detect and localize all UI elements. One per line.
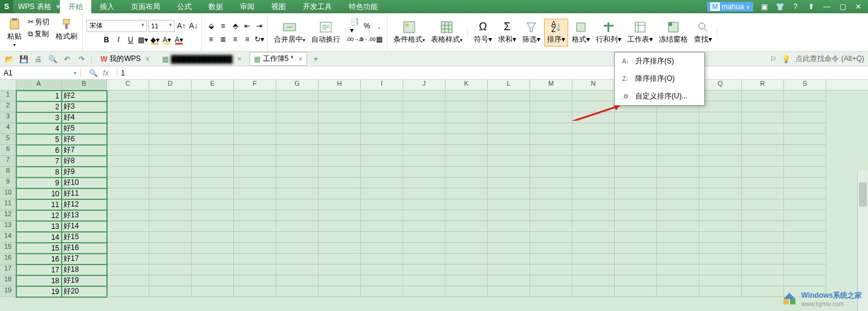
cell[interactable]: [699, 243, 742, 254]
cell[interactable]: [572, 134, 615, 145]
cell[interactable]: [615, 265, 657, 275]
cell[interactable]: [572, 232, 615, 243]
row-header[interactable]: 18: [0, 275, 16, 286]
cell[interactable]: [530, 286, 572, 297]
cell[interactable]: [234, 232, 276, 243]
cell[interactable]: [699, 112, 742, 123]
cell[interactable]: [742, 178, 784, 188]
cell[interactable]: [403, 134, 445, 145]
cell[interactable]: [699, 156, 742, 167]
cell[interactable]: [234, 210, 276, 221]
maximize-icon[interactable]: ▢: [838, 2, 847, 11]
cell[interactable]: [488, 265, 530, 275]
cell[interactable]: [742, 91, 784, 101]
cell[interactable]: [488, 210, 530, 221]
underline-button[interactable]: U: [125, 34, 136, 45]
cell[interactable]: [192, 199, 234, 210]
cell[interactable]: [276, 221, 319, 232]
cell[interactable]: 1: [16, 91, 62, 101]
cell[interactable]: [488, 134, 530, 145]
cell[interactable]: [699, 101, 742, 112]
cell[interactable]: [319, 167, 361, 178]
cell[interactable]: [361, 156, 403, 167]
cell[interactable]: [149, 265, 192, 275]
cell[interactable]: [107, 167, 149, 178]
cell[interactable]: [234, 123, 276, 134]
sort-custom-item[interactable]: ⚙自定义排序(U)...: [615, 88, 704, 105]
align-left-icon[interactable]: ≡: [206, 34, 216, 45]
cell[interactable]: 7: [16, 156, 62, 167]
formula-input[interactable]: 1: [117, 69, 868, 77]
cell[interactable]: [784, 134, 826, 145]
user-box[interactable]: Mmahua ∨: [707, 2, 753, 11]
skin-icon[interactable]: ▣: [759, 2, 769, 11]
cell[interactable]: [699, 134, 742, 145]
cell[interactable]: [319, 221, 361, 232]
cell[interactable]: [445, 134, 488, 145]
cell[interactable]: [657, 134, 699, 145]
cell[interactable]: [276, 91, 319, 101]
col-header-K[interactable]: K: [445, 80, 488, 90]
cell[interactable]: [530, 254, 572, 265]
cell[interactable]: [699, 221, 742, 232]
cell[interactable]: [530, 101, 572, 112]
cell[interactable]: [192, 145, 234, 156]
cell[interactable]: [657, 199, 699, 210]
fx-search-icon[interactable]: 🔍: [89, 69, 98, 77]
cell[interactable]: [149, 167, 192, 178]
cell[interactable]: [488, 232, 530, 243]
cell[interactable]: [657, 156, 699, 167]
cell[interactable]: [234, 112, 276, 123]
tab-view[interactable]: 视图: [263, 0, 294, 13]
cell[interactable]: [107, 243, 149, 254]
cell[interactable]: [149, 188, 192, 199]
row-header[interactable]: 10: [0, 188, 16, 199]
cell[interactable]: [699, 286, 742, 297]
cell[interactable]: [784, 232, 826, 243]
copy-button[interactable]: ⧉复制: [27, 28, 51, 40]
tab-special[interactable]: 特色功能: [340, 0, 386, 13]
format-painter-button[interactable]: 格式刷: [53, 16, 80, 49]
cell[interactable]: [192, 221, 234, 232]
sort-desc-item[interactable]: Z↓降序排序(O): [615, 70, 704, 88]
open-icon[interactable]: 📂: [4, 54, 15, 65]
cell[interactable]: 9: [16, 178, 62, 188]
cell[interactable]: [234, 243, 276, 254]
cell[interactable]: [319, 243, 361, 254]
cell[interactable]: [149, 286, 192, 297]
cell[interactable]: [319, 101, 361, 112]
highlight-button[interactable]: A▾: [161, 34, 172, 45]
cell[interactable]: [276, 112, 319, 123]
cell[interactable]: [488, 145, 530, 156]
cell[interactable]: 14: [16, 232, 62, 243]
col-header-G[interactable]: G: [276, 80, 319, 90]
cell[interactable]: [361, 210, 403, 221]
row-header[interactable]: 17: [0, 265, 16, 275]
align-mid-icon[interactable]: ≡: [218, 21, 228, 31]
cell[interactable]: [488, 221, 530, 232]
cell[interactable]: [445, 286, 488, 297]
cell[interactable]: 好16: [62, 243, 107, 254]
cell[interactable]: [615, 167, 657, 178]
cell[interactable]: [403, 178, 445, 188]
cell[interactable]: [488, 188, 530, 199]
cell[interactable]: [699, 210, 742, 221]
cell[interactable]: [530, 134, 572, 145]
row-header[interactable]: 15: [0, 243, 16, 254]
col-header-D[interactable]: D: [149, 80, 192, 90]
row-header[interactable]: 12: [0, 210, 16, 221]
cell[interactable]: [403, 275, 445, 286]
cell[interactable]: [742, 101, 784, 112]
cell[interactable]: 好15: [62, 232, 107, 243]
cell[interactable]: [657, 178, 699, 188]
cell[interactable]: [488, 123, 530, 134]
cell[interactable]: [742, 243, 784, 254]
cell[interactable]: [615, 123, 657, 134]
cell[interactable]: [615, 188, 657, 199]
format-button[interactable]: 格式▾: [569, 19, 592, 46]
cell[interactable]: [276, 134, 319, 145]
cell[interactable]: [657, 167, 699, 178]
idea-icon[interactable]: 💡: [782, 55, 791, 63]
cell[interactable]: 好19: [62, 275, 107, 286]
fx-icon[interactable]: fx: [103, 69, 108, 77]
